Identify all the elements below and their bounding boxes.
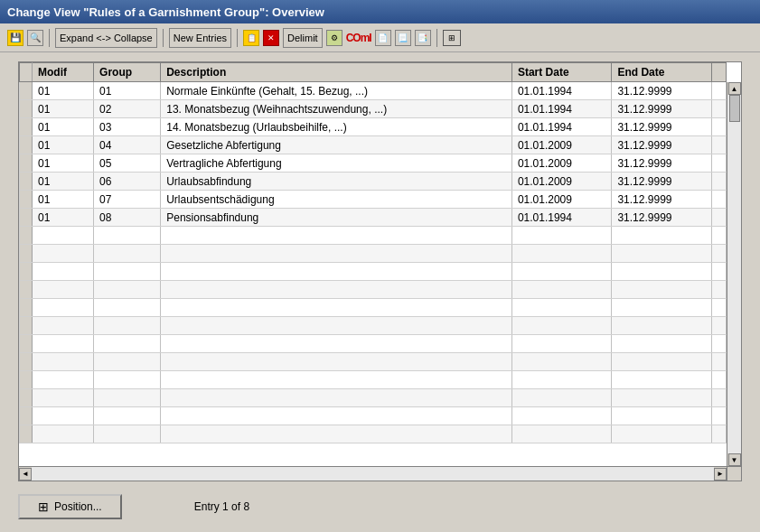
table-row[interactable]: 01 07 Urlaubsentschädigung 01.01.2009 31…: [20, 191, 727, 209]
cell-empty-spacer: [712, 317, 727, 335]
cell-empty-modif: [33, 425, 94, 443]
scroll-thumb-v[interactable]: [729, 95, 740, 122]
table-row[interactable]: 01 03 14. Monatsbezug (Urlaubsbeihilfe, …: [20, 118, 727, 136]
main-content: Modif Group Description Start Date End D…: [0, 52, 760, 532]
cell-empty-end: [612, 245, 712, 263]
cell-group: 07: [94, 191, 161, 209]
row-selector-empty: [20, 317, 33, 335]
cell-empty-start: [511, 227, 612, 245]
cell-description: Urlaubsentschädigung: [161, 191, 512, 209]
cell-empty-start: [511, 371, 612, 389]
table-row[interactable]: 01 01 Normale Einkünfte (Gehalt, 15. Bez…: [20, 82, 727, 100]
position-label: Position...: [54, 500, 102, 513]
table-row-empty: [20, 407, 727, 425]
table-row[interactable]: 01 05 Vertragliche Abfertigung 01.01.200…: [20, 154, 727, 173]
cell-group: 06: [94, 173, 161, 191]
cell-empty-group: [94, 425, 161, 443]
cell-empty-spacer: [712, 389, 727, 407]
cell-empty-end: [612, 263, 712, 281]
scroll-down-btn[interactable]: ▼: [728, 453, 741, 466]
icon-4[interactable]: 📑: [415, 30, 431, 46]
cell-empty-spacer: [712, 299, 727, 317]
table-row-empty: [20, 317, 727, 335]
data-table: Modif Group Description Start Date End D…: [19, 62, 727, 443]
cell-empty-description: [161, 299, 512, 317]
vertical-scrollbar[interactable]: ▲ ▼: [727, 82, 741, 466]
cell-spacer: [712, 191, 727, 209]
cell-spacer: [712, 118, 727, 136]
row-selector-empty: [20, 281, 33, 299]
cell-empty-group: [94, 263, 161, 281]
expand-label: Expand <-> Collapse: [60, 33, 153, 43]
cell-start-date: 01.01.2009: [511, 136, 612, 154]
cell-description: Normale Einkünfte (Gehalt, 15. Bezug, ..…: [161, 82, 512, 100]
cell-empty-end: [612, 407, 712, 425]
cell-start-date: 01.01.2009: [511, 154, 612, 173]
scroll-left-btn[interactable]: ◄: [19, 468, 32, 481]
row-selector: [20, 100, 33, 118]
delimit-button[interactable]: Delimit: [283, 28, 323, 48]
separator-3: [237, 29, 238, 47]
row-selector-empty: [20, 299, 33, 317]
find-icon[interactable]: 🔍: [27, 30, 43, 46]
table-row[interactable]: 01 02 13. Monatsbezug (Weihnachtszuwendu…: [20, 100, 727, 118]
table-container: Modif Group Description Start Date End D…: [18, 61, 742, 481]
scroll-right-btn[interactable]: ►: [714, 468, 727, 481]
icon-2[interactable]: 📄: [375, 30, 391, 46]
delete-icon[interactable]: ✕: [263, 30, 279, 46]
table-row-empty: [20, 281, 727, 299]
position-icon: ⊞: [38, 499, 49, 514]
icon-3[interactable]: 📃: [395, 30, 411, 46]
cell-group: 04: [94, 136, 161, 154]
cell-empty-description: [161, 371, 512, 389]
column-config-icon[interactable]: ⊞: [443, 30, 461, 46]
cell-end-date: 31.12.9999: [612, 173, 712, 191]
new-entries-button[interactable]: New Entries: [169, 28, 231, 48]
cell-empty-end: [612, 371, 712, 389]
cell-empty-group: [94, 245, 161, 263]
expand-collapse-button[interactable]: Expand <-> Collapse: [55, 28, 157, 48]
scroll-track-h[interactable]: [32, 467, 714, 481]
row-selector: [20, 82, 33, 100]
cell-description: 13. Monatsbezug (Weihnachtszuwendung, ..…: [161, 100, 512, 118]
cell-empty-modif: [33, 353, 94, 371]
cell-modif: 01: [33, 209, 94, 227]
save-icon[interactable]: 💾: [7, 30, 23, 46]
table-row[interactable]: 01 06 Urlaubsabfindung 01.01.2009 31.12.…: [20, 173, 727, 191]
cell-empty-modif: [33, 281, 94, 299]
cell-empty-end: [612, 281, 712, 299]
col-header-start-date: Start Date: [511, 63, 612, 82]
cell-modif: 01: [33, 100, 94, 118]
horizontal-scrollbar[interactable]: ◄ ►: [19, 466, 741, 481]
cell-empty-spacer: [712, 263, 727, 281]
position-button[interactable]: ⊞ Position...: [18, 494, 122, 519]
table-row[interactable]: 01 08 Pensionsabfindung 01.01.1994 31.12…: [20, 209, 727, 227]
cell-empty-group: [94, 281, 161, 299]
cell-empty-description: [161, 353, 512, 371]
cell-modif: 01: [33, 82, 94, 100]
cell-empty-group: [94, 299, 161, 317]
cell-start-date: 01.01.1994: [511, 100, 612, 118]
scroll-track-v[interactable]: [727, 95, 741, 453]
cell-empty-start: [511, 389, 612, 407]
table-row-empty: [20, 245, 727, 263]
delimit-label: Delimit: [287, 33, 318, 43]
icon-1[interactable]: ⚙: [326, 30, 342, 46]
scroll-up-btn[interactable]: ▲: [728, 82, 741, 95]
cell-empty-group: [94, 389, 161, 407]
cell-end-date: 31.12.9999: [612, 100, 712, 118]
row-selector-empty: [20, 335, 33, 353]
copy-icon[interactable]: 📋: [243, 30, 259, 46]
cell-empty-spacer: [712, 227, 727, 245]
row-selector: [20, 173, 33, 191]
table-row[interactable]: 01 04 Gesetzliche Abfertigung 01.01.2009…: [20, 136, 727, 154]
cell-empty-modif: [33, 299, 94, 317]
row-selector: [20, 191, 33, 209]
cell-group: 02: [94, 100, 161, 118]
cell-end-date: 31.12.9999: [612, 136, 712, 154]
cell-modif: 01: [33, 191, 94, 209]
cell-spacer: [712, 82, 727, 100]
cell-empty-end: [612, 227, 712, 245]
cell-spacer: [712, 154, 727, 173]
cell-end-date: 31.12.9999: [612, 154, 712, 173]
